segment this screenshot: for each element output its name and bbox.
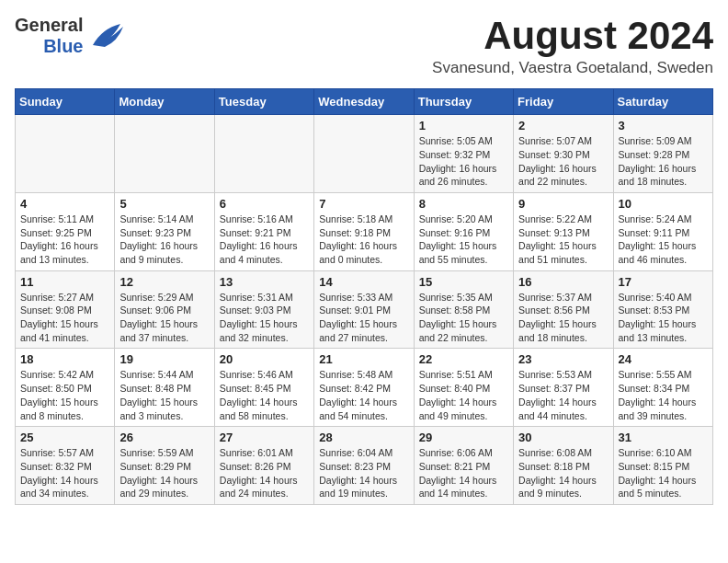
day-info: Sunrise: 5:33 AMSunset: 9:01 PMDaylight:… [319,291,408,345]
calendar-cell: 21Sunrise: 5:48 AMSunset: 8:42 PMDayligh… [314,349,414,427]
day-number: 4 [20,197,109,211]
day-info: Sunrise: 5:59 AMSunset: 8:29 PMDaylight:… [119,446,209,500]
calendar-cell: 25Sunrise: 5:57 AMSunset: 8:32 PMDayligh… [16,427,115,505]
day-number: 29 [419,431,508,444]
calendar-cell: 9Sunrise: 5:22 AMSunset: 9:13 PMDaylight… [514,192,613,270]
day-info: Sunrise: 5:48 AMSunset: 8:42 PMDaylight:… [319,368,408,422]
header: General Blue August 2024 Svanesund, Vaes… [15,15,713,77]
calendar-cell: 31Sunrise: 6:10 AMSunset: 8:15 PMDayligh… [613,427,712,505]
day-number: 23 [518,352,608,366]
calendar-cell: 20Sunrise: 5:46 AMSunset: 8:45 PMDayligh… [214,349,313,427]
day-info: Sunrise: 5:05 AMSunset: 9:32 PMDaylight:… [419,134,508,189]
calendar-cell: 3Sunrise: 5:09 AMSunset: 9:28 PMDaylight… [613,115,712,193]
day-number: 28 [319,431,408,444]
day-info: Sunrise: 5:11 AMSunset: 9:25 PMDaylight:… [20,213,109,267]
calendar-cell: 14Sunrise: 5:33 AMSunset: 9:01 PMDayligh… [314,270,414,349]
day-header-friday: Friday [514,89,613,115]
day-info: Sunrise: 6:04 AMSunset: 8:23 PMDaylight:… [319,446,408,500]
calendar-cell: 15Sunrise: 5:35 AMSunset: 8:58 PMDayligh… [414,270,513,349]
month-title: August 2024 [432,15,713,57]
calendar-cell: 28Sunrise: 6:04 AMSunset: 8:23 PMDayligh… [314,427,414,505]
day-number: 3 [619,119,708,132]
calendar-cell [314,115,414,193]
day-number: 21 [319,352,408,366]
day-info: Sunrise: 5:22 AMSunset: 9:13 PMDaylight:… [518,213,608,267]
day-info: Sunrise: 6:10 AMSunset: 8:15 PMDaylight:… [619,446,708,500]
day-number: 5 [119,197,209,211]
calendar-cell: 12Sunrise: 5:29 AMSunset: 9:06 PMDayligh… [115,270,214,349]
calendar-body: 1Sunrise: 5:05 AMSunset: 9:32 PMDaylight… [16,115,713,505]
location-title: Svanesund, Vaestra Goetaland, Sweden [432,59,713,77]
calendar-cell: 27Sunrise: 6:01 AMSunset: 8:26 PMDayligh… [214,427,313,505]
day-header-tuesday: Tuesday [214,89,313,115]
day-info: Sunrise: 5:24 AMSunset: 9:11 PMDaylight:… [619,213,708,267]
calendar-cell: 23Sunrise: 5:53 AMSunset: 8:37 PMDayligh… [514,349,613,427]
calendar-cell: 10Sunrise: 5:24 AMSunset: 9:11 PMDayligh… [613,192,712,270]
day-header-thursday: Thursday [414,89,513,115]
day-number: 27 [220,431,309,444]
calendar-cell: 17Sunrise: 5:40 AMSunset: 8:53 PMDayligh… [613,270,712,349]
logo-general: General [15,15,83,36]
day-info: Sunrise: 6:01 AMSunset: 8:26 PMDaylight:… [220,446,309,500]
day-number: 1 [419,119,508,132]
day-header-monday: Monday [115,89,214,115]
calendar-cell [16,115,115,193]
day-header-saturday: Saturday [613,89,712,115]
calendar-cell: 29Sunrise: 6:06 AMSunset: 8:21 PMDayligh… [414,427,513,505]
calendar-cell: 18Sunrise: 5:42 AMSunset: 8:50 PMDayligh… [16,349,115,427]
day-number: 9 [518,197,608,211]
day-number: 12 [119,275,209,289]
calendar-cell: 30Sunrise: 6:08 AMSunset: 8:18 PMDayligh… [514,427,613,505]
day-info: Sunrise: 5:31 AMSunset: 9:03 PMDaylight:… [220,291,309,345]
day-info: Sunrise: 5:07 AMSunset: 9:30 PMDaylight:… [518,134,608,189]
day-info: Sunrise: 5:35 AMSunset: 8:58 PMDaylight:… [419,291,508,345]
day-number: 19 [119,352,209,366]
day-number: 18 [20,352,109,366]
calendar: SundayMondayTuesdayWednesdayThursdayFrid… [15,88,713,505]
logo: General Blue [15,15,125,57]
calendar-cell: 5Sunrise: 5:14 AMSunset: 9:23 PMDaylight… [115,192,214,270]
calendar-cell: 2Sunrise: 5:07 AMSunset: 9:30 PMDaylight… [514,115,613,193]
day-number: 16 [518,275,608,289]
calendar-cell: 4Sunrise: 5:11 AMSunset: 9:25 PMDaylight… [16,192,115,270]
day-number: 20 [220,352,309,366]
calendar-cell: 26Sunrise: 5:59 AMSunset: 8:29 PMDayligh… [115,427,214,505]
calendar-cell: 7Sunrise: 5:18 AMSunset: 9:18 PMDaylight… [314,192,414,270]
day-number: 14 [319,275,408,289]
day-info: Sunrise: 5:20 AMSunset: 9:16 PMDaylight:… [419,213,508,267]
logo-bird-icon [88,19,125,52]
day-info: Sunrise: 5:44 AMSunset: 8:48 PMDaylight:… [119,368,209,422]
calendar-cell [214,115,313,193]
calendar-cell: 1Sunrise: 5:05 AMSunset: 9:32 PMDaylight… [414,115,513,193]
day-info: Sunrise: 6:08 AMSunset: 8:18 PMDaylight:… [518,446,608,500]
day-number: 25 [20,431,109,444]
calendar-cell: 11Sunrise: 5:27 AMSunset: 9:08 PMDayligh… [16,270,115,349]
logo-blue: Blue [43,36,83,57]
day-header-sunday: Sunday [16,89,115,115]
day-info: Sunrise: 5:40 AMSunset: 8:53 PMDaylight:… [619,291,708,345]
day-number: 6 [220,197,309,211]
day-number: 17 [619,275,708,289]
calendar-header: SundayMondayTuesdayWednesdayThursdayFrid… [16,89,713,115]
day-info: Sunrise: 5:16 AMSunset: 9:21 PMDaylight:… [220,213,309,267]
day-info: Sunrise: 5:29 AMSunset: 9:06 PMDaylight:… [119,291,209,345]
day-info: Sunrise: 5:09 AMSunset: 9:28 PMDaylight:… [619,134,708,189]
day-info: Sunrise: 5:57 AMSunset: 8:32 PMDaylight:… [20,446,109,500]
day-number: 2 [518,119,608,132]
day-number: 26 [119,431,209,444]
day-info: Sunrise: 5:27 AMSunset: 9:08 PMDaylight:… [20,291,109,345]
day-number: 22 [419,352,508,366]
day-number: 13 [220,275,309,289]
day-info: Sunrise: 5:14 AMSunset: 9:23 PMDaylight:… [119,213,209,267]
day-number: 15 [419,275,508,289]
day-info: Sunrise: 6:06 AMSunset: 8:21 PMDaylight:… [419,446,508,500]
calendar-cell: 13Sunrise: 5:31 AMSunset: 9:03 PMDayligh… [214,270,313,349]
day-info: Sunrise: 5:51 AMSunset: 8:40 PMDaylight:… [419,368,508,422]
day-number: 24 [619,352,708,366]
day-info: Sunrise: 5:18 AMSunset: 9:18 PMDaylight:… [319,213,408,267]
calendar-cell: 22Sunrise: 5:51 AMSunset: 8:40 PMDayligh… [414,349,513,427]
day-info: Sunrise: 5:37 AMSunset: 8:56 PMDaylight:… [518,291,608,345]
calendar-cell: 6Sunrise: 5:16 AMSunset: 9:21 PMDaylight… [214,192,313,270]
day-number: 31 [619,431,708,444]
day-header-wednesday: Wednesday [314,89,414,115]
